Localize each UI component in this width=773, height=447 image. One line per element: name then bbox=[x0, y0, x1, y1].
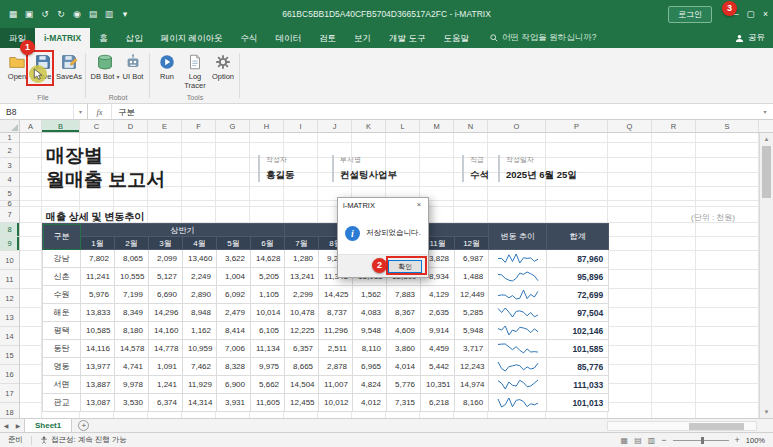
trend-sparkline-cell[interactable] bbox=[489, 268, 547, 286]
month-value-cell[interactable]: 12,225 bbox=[285, 322, 319, 340]
month-header[interactable]: 6월 bbox=[251, 237, 285, 250]
accessibility-status[interactable]: 접근성: 계속 진행 가능 bbox=[40, 435, 127, 445]
month-value-cell[interactable]: 10,014 bbox=[251, 304, 285, 322]
month-value-cell[interactable]: 6,965 bbox=[353, 358, 387, 376]
row-header-13[interactable]: 13 bbox=[0, 308, 19, 327]
tab-home[interactable]: 홈 bbox=[90, 28, 117, 48]
scroll-down-icon[interactable]: ▼ bbox=[760, 406, 773, 418]
add-sheet-icon[interactable]: + bbox=[78, 420, 89, 431]
store-name-cell[interactable]: 신촌 bbox=[43, 268, 81, 286]
sheet-prev-icon[interactable]: ◀ bbox=[0, 422, 12, 429]
tab-data[interactable]: 데이터 bbox=[267, 28, 311, 48]
month-value-cell[interactable]: 14,628 bbox=[251, 250, 285, 268]
month-value-cell[interactable]: 5,976 bbox=[81, 286, 115, 304]
month-value-cell[interactable]: 4,083 bbox=[353, 304, 387, 322]
month-value-cell[interactable]: 8,349 bbox=[115, 304, 149, 322]
normal-view-icon[interactable]: ▦ bbox=[621, 436, 629, 445]
month-value-cell[interactable]: 7,315 bbox=[387, 394, 421, 412]
month-value-cell[interactable]: 10,012 bbox=[319, 394, 353, 412]
column-header-M[interactable]: M bbox=[420, 120, 454, 132]
store-name-cell[interactable]: 강남 bbox=[43, 250, 81, 268]
month-value-cell[interactable]: 9,978 bbox=[115, 376, 149, 394]
save-as-button[interactable]: SaveAs bbox=[56, 51, 82, 81]
trend-sparkline-cell[interactable] bbox=[489, 322, 547, 340]
column-header-A[interactable]: A bbox=[20, 120, 42, 132]
month-value-cell[interactable]: 13,241 bbox=[285, 268, 319, 286]
trend-sparkline-cell[interactable] bbox=[489, 250, 547, 268]
qat-menu-icon[interactable]: ▾ bbox=[117, 5, 133, 23]
month-value-cell[interactable]: 10,478 bbox=[285, 304, 319, 322]
month-value-cell[interactable]: 1,162 bbox=[183, 322, 217, 340]
month-value-cell[interactable]: 2,249 bbox=[183, 268, 217, 286]
store-name-cell[interactable]: 판교 bbox=[43, 394, 81, 412]
month-value-cell[interactable]: 12,243 bbox=[455, 358, 489, 376]
column-header-G[interactable]: G bbox=[216, 120, 250, 132]
month-value-cell[interactable]: 2,099 bbox=[149, 250, 183, 268]
month-value-cell[interactable]: 9,914 bbox=[421, 322, 455, 340]
table-icon[interactable]: ▤ bbox=[85, 5, 101, 23]
column-header-K[interactable]: K bbox=[352, 120, 386, 132]
row-header-3[interactable]: 3 bbox=[0, 158, 19, 173]
month-value-cell[interactable]: 13,887 bbox=[81, 376, 115, 394]
month-value-cell[interactable]: 11,241 bbox=[81, 268, 115, 286]
zoom-slider-thumb[interactable] bbox=[701, 437, 704, 444]
trend-sparkline-cell[interactable] bbox=[489, 376, 547, 394]
month-value-cell[interactable]: 5,776 bbox=[387, 376, 421, 394]
month-value-cell[interactable]: 8,328 bbox=[217, 358, 251, 376]
log-tracer-button[interactable]: Log Tracer bbox=[180, 51, 210, 90]
total-cell[interactable]: 95,896 bbox=[547, 268, 609, 286]
zoom-level[interactable]: 100% bbox=[746, 436, 765, 445]
month-value-cell[interactable]: 6,374 bbox=[149, 394, 183, 412]
share-button[interactable]: 공유 bbox=[735, 28, 765, 48]
month-value-cell[interactable]: 5,285 bbox=[455, 304, 489, 322]
row-header-11[interactable]: 11 bbox=[0, 270, 19, 289]
month-value-cell[interactable]: 2,511 bbox=[319, 340, 353, 358]
page-layout-view-icon[interactable]: ▤ bbox=[634, 436, 642, 445]
tab-page-layout[interactable]: 페이지 레이아웃 bbox=[152, 28, 232, 48]
column-header-O[interactable]: O bbox=[488, 120, 546, 132]
month-value-cell[interactable]: 6,105 bbox=[251, 322, 285, 340]
tab-i-matrix[interactable]: i-MATRIX bbox=[35, 28, 90, 48]
row-header-2[interactable]: 2 bbox=[0, 143, 19, 158]
month-value-cell[interactable]: 11,929 bbox=[183, 376, 217, 394]
total-cell[interactable]: 85,776 bbox=[547, 358, 609, 376]
month-header[interactable]: 2월 bbox=[115, 237, 149, 250]
month-value-cell[interactable]: 12,455 bbox=[285, 394, 319, 412]
column-header-B[interactable]: B bbox=[42, 120, 80, 132]
month-value-cell[interactable]: 11,007 bbox=[319, 376, 353, 394]
trend-sparkline-cell[interactable] bbox=[489, 304, 547, 322]
column-header-D[interactable]: D bbox=[114, 120, 148, 132]
month-value-cell[interactable]: 4,129 bbox=[421, 286, 455, 304]
total-cell[interactable]: 101,585 bbox=[547, 340, 609, 358]
header-total[interactable]: 합계 bbox=[547, 224, 609, 250]
total-cell[interactable]: 111,033 bbox=[547, 376, 609, 394]
save-icon[interactable]: ▣ bbox=[21, 5, 37, 23]
header-trend[interactable]: 변동 추이 bbox=[489, 224, 547, 250]
column-header-I[interactable]: I bbox=[284, 120, 318, 132]
row-header-7[interactable]: 7 bbox=[0, 207, 19, 223]
sheet-next-icon[interactable]: ▶ bbox=[12, 422, 24, 429]
month-header[interactable]: 12월 bbox=[455, 237, 489, 250]
month-value-cell[interactable]: 4,741 bbox=[115, 358, 149, 376]
month-value-cell[interactable]: 11,605 bbox=[251, 394, 285, 412]
month-value-cell[interactable]: 1,241 bbox=[149, 376, 183, 394]
name-box-caret-icon[interactable]: ▾ bbox=[74, 104, 88, 119]
month-value-cell[interactable]: 1,488 bbox=[455, 268, 489, 286]
month-value-cell[interactable]: 10,555 bbox=[115, 268, 149, 286]
row-header-9[interactable]: 9 bbox=[0, 237, 19, 251]
month-value-cell[interactable]: 13,087 bbox=[81, 394, 115, 412]
month-value-cell[interactable]: 1,004 bbox=[217, 268, 251, 286]
tell-me-search[interactable]: 어떤 작업을 원하십니까? bbox=[490, 28, 596, 48]
header-first-half[interactable]: 상반기 bbox=[81, 224, 285, 237]
column-header-C[interactable]: C bbox=[80, 120, 114, 132]
total-cell[interactable]: 97,504 bbox=[547, 304, 609, 322]
formula-input[interactable]: 구분 bbox=[112, 104, 757, 119]
month-value-cell[interactable]: 14,160 bbox=[149, 322, 183, 340]
tab-formulas[interactable]: 수식 bbox=[232, 28, 267, 48]
chart-icon[interactable]: ▥ bbox=[101, 5, 117, 23]
name-box[interactable]: B8 bbox=[0, 104, 74, 119]
month-value-cell[interactable]: 1,562 bbox=[353, 286, 387, 304]
row-header-14[interactable]: 14 bbox=[0, 327, 19, 346]
row-header-16[interactable]: 16 bbox=[0, 365, 19, 384]
month-value-cell[interactable]: 4,824 bbox=[353, 376, 387, 394]
